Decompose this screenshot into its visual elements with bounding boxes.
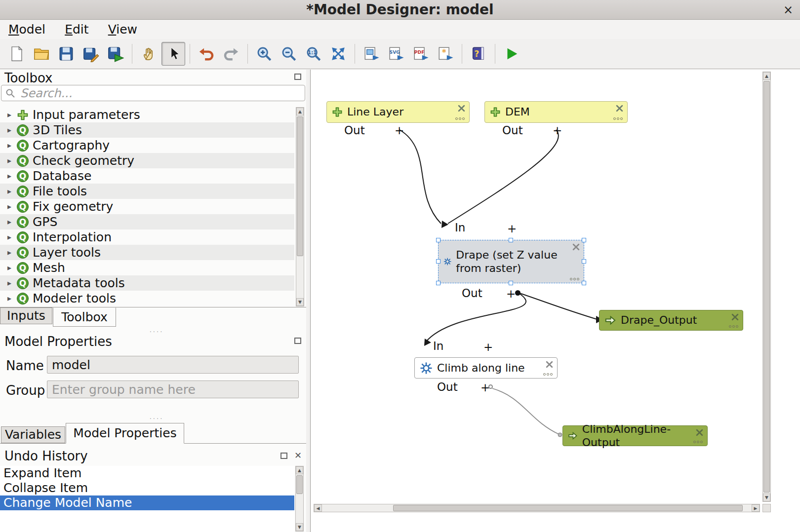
- selection-handle[interactable]: [436, 281, 440, 285]
- tab-variables[interactable]: Variables: [1, 426, 65, 443]
- expand-arrow-icon[interactable]: [3, 125, 16, 135]
- tab-inputs[interactable]: Inputs: [0, 307, 52, 324]
- toolbox-item-cartography[interactable]: Cartography: [0, 138, 294, 153]
- expand-arrow-icon[interactable]: [3, 171, 16, 181]
- port-expand-plus[interactable]: +: [507, 222, 517, 235]
- selection-handle[interactable]: [436, 238, 440, 242]
- node-line-layer[interactable]: Line Layer: [326, 101, 470, 123]
- selection-handle[interactable]: [582, 281, 586, 285]
- comment-dots-icon[interactable]: [693, 441, 703, 443]
- toolbox-item-check-geometry[interactable]: Check geometry: [0, 153, 294, 168]
- delete-node-icon[interactable]: [572, 243, 580, 251]
- model-group-field[interactable]: [47, 380, 299, 398]
- expand-arrow-icon[interactable]: [3, 294, 16, 303]
- menu-edit[interactable]: Edit: [56, 20, 97, 39]
- panel-splitter-handle[interactable]: ····: [146, 415, 167, 422]
- canvas-horizontal-scrollbar[interactable]: [314, 504, 760, 512]
- delete-node-icon[interactable]: [696, 429, 703, 436]
- delete-node-icon[interactable]: [616, 105, 623, 112]
- scroll-down-icon[interactable]: [296, 298, 304, 306]
- selection-handle[interactable]: [582, 238, 586, 242]
- scroll-right-icon[interactable]: [752, 504, 760, 512]
- port-expand-plus[interactable]: +: [395, 124, 404, 137]
- edit-model-help-button[interactable]: ?: [467, 42, 490, 66]
- redo-button[interactable]: [219, 42, 243, 66]
- zoom-full-button[interactable]: [326, 42, 350, 66]
- expand-arrow-icon[interactable]: [3, 187, 16, 196]
- toolbox-item-fix-geometry[interactable]: Fix geometry: [0, 199, 294, 214]
- delete-node-icon[interactable]: [731, 313, 739, 321]
- delete-node-icon[interactable]: [546, 361, 553, 368]
- expand-arrow-icon[interactable]: [3, 141, 16, 150]
- model-properties-float-icon[interactable]: [294, 338, 301, 344]
- model-name-field[interactable]: [47, 356, 299, 374]
- expand-arrow-icon[interactable]: [3, 217, 16, 227]
- comment-dots-icon[interactable]: [570, 278, 579, 280]
- title-bar[interactable]: *Model Designer: model ×: [0, 0, 800, 20]
- selection-handle[interactable]: [582, 259, 586, 264]
- selection-handle[interactable]: [436, 259, 440, 264]
- scroll-down-icon[interactable]: [296, 523, 303, 531]
- toolbox-item-modeler-tools[interactable]: Modeler tools: [0, 291, 294, 306]
- scrollbar-thumb[interactable]: [297, 116, 303, 256]
- node-climbalongline-output[interactable]: ClimbAlongLine-Output: [562, 425, 708, 446]
- comment-dots-icon[interactable]: [613, 117, 623, 120]
- toolbox-scrollbar[interactable]: [296, 107, 304, 306]
- toolbox-item-database[interactable]: Database: [0, 168, 294, 184]
- node-climb-along-line[interactable]: Climb along line: [414, 357, 558, 379]
- zoom-in-button[interactable]: [252, 42, 276, 66]
- toolbox-float-icon[interactable]: [294, 74, 301, 80]
- menu-view[interactable]: View: [100, 20, 146, 39]
- scrollbar-thumb[interactable]: [763, 81, 770, 493]
- scrollbar-thumb[interactable]: [393, 505, 743, 511]
- comment-dots-icon[interactable]: [455, 117, 465, 120]
- model-canvas[interactable]: Line Layer Out + DEM Out + In + Drape (s…: [310, 70, 800, 532]
- toolbox-item-layer-tools[interactable]: Layer tools: [0, 245, 294, 260]
- expand-arrow-icon[interactable]: [3, 110, 16, 119]
- save-model-as-button[interactable]: [79, 42, 103, 66]
- window-close-button[interactable]: ×: [783, 0, 793, 20]
- export-as-svg-button[interactable]: SVG: [384, 42, 408, 66]
- toolbox-item-file-tools[interactable]: File tools: [0, 184, 294, 199]
- toolbox-item-input-parameters[interactable]: Input parameters: [0, 107, 294, 122]
- expand-arrow-icon[interactable]: [3, 278, 16, 288]
- open-model-button[interactable]: [30, 42, 53, 66]
- scroll-up-icon[interactable]: [763, 72, 770, 80]
- tab-toolbox[interactable]: Toolbox: [53, 307, 116, 327]
- port-expand-plus[interactable]: +: [506, 287, 516, 300]
- save-model-button[interactable]: [54, 42, 78, 66]
- expand-arrow-icon[interactable]: [3, 202, 16, 211]
- toolbox-item-mesh[interactable]: Mesh: [0, 260, 294, 275]
- node-dem[interactable]: DEM: [484, 101, 628, 123]
- node-drape[interactable]: Drape (set Z value from raster): [438, 240, 584, 283]
- panel-splitter-handle[interactable]: ····: [146, 328, 167, 336]
- toolbox-item-interpolation[interactable]: Interpolation: [0, 229, 294, 245]
- undo-history-close-icon[interactable]: ✕: [294, 450, 302, 460]
- port-expand-plus[interactable]: +: [483, 341, 493, 353]
- comment-dots-icon[interactable]: [543, 373, 553, 376]
- expand-arrow-icon[interactable]: [3, 263, 16, 272]
- menu-model[interactable]: Model: [0, 20, 54, 39]
- zoom-out-button[interactable]: [277, 42, 301, 66]
- expand-arrow-icon[interactable]: [3, 248, 16, 257]
- search-input[interactable]: [1, 85, 305, 101]
- pan-tool-button[interactable]: [137, 42, 160, 66]
- export-as-pdf-button[interactable]: PDF: [409, 42, 433, 66]
- undo-history-scrollbar[interactable]: [295, 466, 304, 532]
- node-drape-output[interactable]: Drape_Output: [599, 310, 743, 331]
- scroll-up-icon[interactable]: [296, 108, 304, 115]
- output-socket[interactable]: [515, 290, 520, 296]
- port-expand-plus[interactable]: +: [553, 124, 562, 137]
- undo-button[interactable]: [195, 42, 218, 66]
- zoom-actual-size-button[interactable]: 1:1: [302, 42, 325, 66]
- scroll-up-icon[interactable]: [296, 466, 303, 474]
- output-socket[interactable]: [488, 384, 493, 389]
- undo-item-collapse[interactable]: Collapse Item: [0, 481, 294, 495]
- new-model-button[interactable]: [5, 42, 29, 66]
- undo-history-float-icon[interactable]: [280, 453, 287, 459]
- undo-item-change-model-name[interactable]: Change Model Name: [0, 495, 294, 510]
- comment-dots-icon[interactable]: [729, 325, 738, 328]
- select-tool-button[interactable]: [161, 42, 185, 66]
- scroll-left-icon[interactable]: [314, 504, 322, 512]
- canvas-vertical-scrollbar[interactable]: [762, 72, 771, 502]
